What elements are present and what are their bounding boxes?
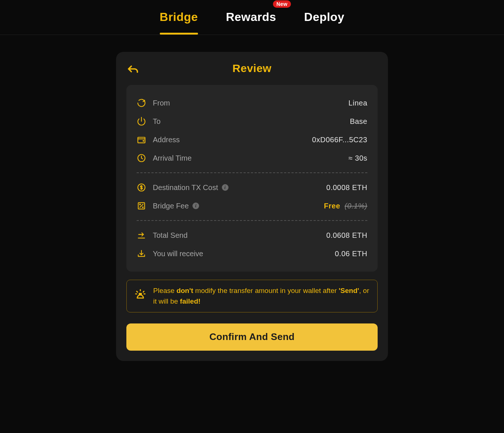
clock-icon (137, 153, 146, 163)
txcost-value: 0.0008 ETH (326, 183, 367, 192)
svg-point-7 (140, 204, 140, 205)
divider-2 (137, 220, 367, 221)
address-value: 0xD066F...5C23 (312, 136, 367, 144)
receive-value: 0.06 ETH (335, 250, 367, 258)
from-icon (137, 98, 146, 108)
arrival-label: Arrival Time (153, 154, 192, 162)
svg-point-8 (143, 207, 143, 208)
svg-line-13 (137, 291, 137, 292)
wallet-icon (137, 135, 146, 144)
back-arrow-icon (126, 63, 140, 76)
total-send-value: 0.0608 ETH (326, 231, 367, 240)
rewards-new-badge: New (273, 0, 291, 8)
txcost-label: Destination TX Cost i (153, 183, 228, 192)
total-send-label: Total Send (153, 231, 188, 240)
row-to: To Base (137, 112, 367, 130)
info-icon[interactable]: i (192, 203, 199, 209)
back-button[interactable] (126, 63, 140, 76)
to-label: To (153, 117, 161, 126)
row-total-send: Total Send 0.0608 ETH (137, 226, 367, 244)
tab-deploy-label: Deploy (304, 10, 345, 24)
send-icon (137, 230, 146, 240)
svg-rect-1 (138, 137, 145, 143)
address-label: Address (153, 136, 180, 144)
confirm-send-button[interactable]: Confirm And Send (126, 323, 378, 351)
percent-icon (137, 201, 146, 211)
row-address: Address 0xD066F...5C23 (137, 130, 367, 149)
receive-label: You will receive (153, 250, 203, 258)
tab-bridge[interactable]: Bridge (146, 0, 212, 35)
row-fee: Bridge Fee i Free (0.1%) (137, 197, 367, 215)
fee-label: Bridge Fee i (153, 202, 199, 210)
review-card: Review From Linea To Base (116, 52, 388, 361)
tab-rewards-label: Rewards (226, 10, 276, 24)
top-nav: Bridge Rewards New Deploy (0, 0, 504, 35)
svg-line-14 (143, 291, 144, 292)
receive-icon (137, 249, 146, 258)
row-receive: You will receive 0.06 ETH (137, 244, 367, 263)
alarm-icon (134, 288, 147, 304)
row-from: From Linea (137, 94, 367, 112)
tab-bridge-label: Bridge (160, 10, 198, 24)
row-txcost: Destination TX Cost i 0.0008 ETH (137, 178, 367, 197)
fee-value: Free (0.1%) (324, 202, 367, 210)
warning-text: Please don't modify the transfer amount … (153, 285, 370, 307)
row-arrival: Arrival Time ≈ 30s (137, 149, 367, 167)
from-label: From (153, 99, 170, 107)
divider-1 (137, 172, 367, 173)
tab-rewards[interactable]: Rewards New (212, 0, 290, 35)
to-icon (137, 117, 146, 126)
warning-box: Please don't modify the transfer amount … (126, 280, 378, 312)
svg-point-2 (143, 140, 144, 141)
dollar-icon (137, 183, 146, 192)
arrival-value: ≈ 30s (349, 154, 367, 162)
info-icon[interactable]: i (222, 184, 228, 191)
tab-deploy[interactable]: Deploy (290, 0, 359, 35)
review-panel: From Linea To Base Address 0x (126, 85, 378, 272)
from-value: Linea (349, 99, 367, 107)
card-title: Review (233, 62, 271, 75)
to-value: Base (350, 117, 367, 126)
